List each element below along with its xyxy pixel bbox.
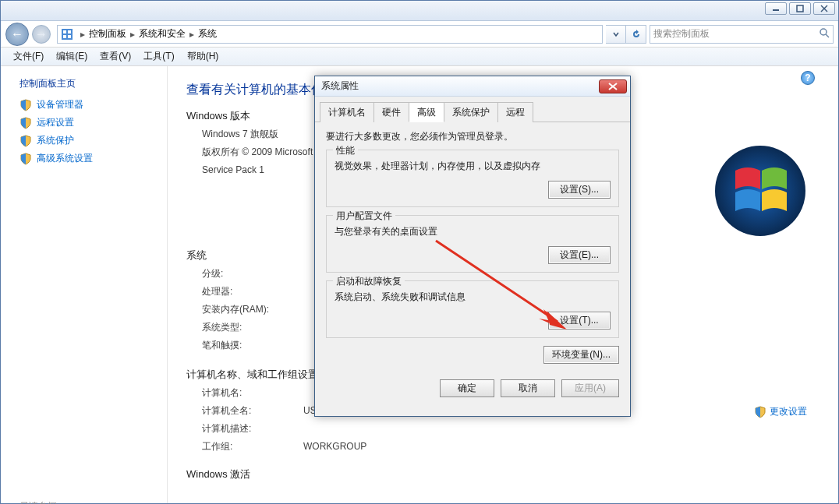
- servicepack-value: Service Pack 1: [202, 164, 264, 175]
- tab-hardware[interactable]: 硬件: [373, 102, 409, 122]
- address-dropdown[interactable]: [606, 25, 626, 44]
- pcname-label: 计算机名:: [202, 386, 303, 400]
- workgroup-value: WORKGROUP: [303, 441, 366, 452]
- search-placeholder: 搜索控制面板: [653, 27, 710, 41]
- menu-bar: 文件(F) 编辑(E) 查看(V) 工具(T) 帮助(H): [1, 48, 838, 66]
- pen-label: 笔和触摸:: [202, 339, 303, 352]
- refresh-button[interactable]: [626, 25, 646, 44]
- group-startup-desc: 系统启动、系统失败和调试信息: [335, 291, 611, 304]
- group-startup-title: 启动和故障恢复: [333, 275, 405, 288]
- link-device-manager[interactable]: 设备管理器: [19, 98, 167, 111]
- search-icon: [819, 27, 830, 41]
- windows-logo: [713, 144, 807, 238]
- window-titlebar: [1, 1, 838, 21]
- admin-note: 要进行大多数更改，您必须作为管理员登录。: [326, 130, 619, 143]
- apply-button[interactable]: 应用(A): [561, 379, 619, 397]
- svg-rect-7: [63, 35, 66, 38]
- tab-advanced[interactable]: 高级: [409, 102, 444, 122]
- performance-settings-button[interactable]: 设置(S)...: [548, 181, 611, 199]
- svg-line-10: [826, 34, 829, 37]
- startup-settings-button[interactable]: 设置(T)...: [548, 312, 611, 330]
- link-system-protection[interactable]: 系统保护: [19, 134, 167, 147]
- group-user-profiles: 用户配置文件 与您登录有关的桌面设置 设置(E)...: [326, 215, 619, 273]
- group-performance-desc: 视觉效果，处理器计划，内存使用，以及虚拟内存: [335, 160, 611, 173]
- link-remote-settings[interactable]: 远程设置: [19, 116, 167, 129]
- group-user-profiles-desc: 与您登录有关的桌面设置: [335, 225, 611, 238]
- menu-tools[interactable]: 工具(T): [137, 48, 180, 65]
- help-button[interactable]: ?: [801, 71, 815, 85]
- shield-icon: [754, 406, 766, 418]
- svg-rect-1: [797, 5, 803, 12]
- rating-label: 分级:: [202, 267, 303, 280]
- shield-icon: [19, 153, 32, 165]
- svg-point-11: [715, 146, 805, 236]
- link-advanced-settings[interactable]: 高级系统设置: [19, 152, 167, 165]
- control-panel-icon: [61, 28, 73, 41]
- shield-icon: [19, 135, 32, 147]
- ram-label: 安装内存(RAM):: [202, 303, 303, 316]
- workgroup-label: 工作组:: [202, 440, 303, 453]
- menu-file[interactable]: 文件(F): [7, 48, 50, 65]
- shield-icon: [19, 117, 32, 129]
- cancel-button[interactable]: 取消: [501, 379, 555, 397]
- navigation-bar: ← → ▸ 控制面板 ▸ 系统和安全 ▸ 系统 搜索控制面板: [1, 21, 838, 48]
- menu-view[interactable]: 查看(V): [94, 48, 137, 65]
- group-startup-recovery: 启动和故障恢复 系统启动、系统失败和调试信息 设置(T)...: [326, 280, 619, 338]
- system-properties-dialog: 系统属性 计算机名 硬件 高级 系统保护 远程 要进行大多数更改，您必须作为管理…: [314, 76, 631, 417]
- dialog-tabs: 计算机名 硬件 高级 系统保护 远程: [315, 97, 630, 122]
- dialog-close-button[interactable]: [599, 79, 627, 93]
- section-activation: Windows 激活: [186, 467, 820, 481]
- menu-edit[interactable]: 编辑(E): [50, 48, 94, 65]
- group-performance: 性能 视觉效果，处理器计划，内存使用，以及虚拟内存 设置(S)...: [326, 150, 619, 207]
- copyright-value: 版权所有 © 2009 Microsoft: [202, 146, 313, 157]
- minimize-button[interactable]: [765, 2, 787, 15]
- close-button[interactable]: [813, 2, 835, 15]
- left-pane: 控制面板主页 设备管理器 远程设置 系统保护 高级系统设置 另请参阅 操作中心 …: [1, 66, 168, 503]
- svg-point-9: [820, 29, 827, 35]
- back-button[interactable]: ←: [5, 23, 29, 46]
- forward-button[interactable]: →: [32, 25, 51, 44]
- svg-rect-5: [63, 30, 66, 33]
- see-also-heading: 另请参阅: [19, 500, 167, 504]
- breadcrumb-system-security[interactable]: 系统和安全: [139, 27, 186, 41]
- systype-label: 系统类型:: [202, 321, 303, 334]
- search-input[interactable]: 搜索控制面板: [650, 25, 834, 44]
- group-performance-title: 性能: [333, 144, 358, 157]
- control-panel-home[interactable]: 控制面板主页: [19, 77, 167, 90]
- pcfull-label: 计算机全名:: [202, 404, 303, 418]
- svg-rect-6: [68, 30, 71, 33]
- ok-button[interactable]: 确定: [440, 379, 494, 397]
- environment-variables-button[interactable]: 环境变量(N)...: [543, 346, 619, 364]
- tab-computer-name[interactable]: 计算机名: [320, 102, 374, 122]
- tab-system-protection[interactable]: 系统保护: [444, 102, 498, 122]
- maximize-button[interactable]: [789, 2, 811, 15]
- change-settings-link[interactable]: 更改设置: [754, 405, 807, 418]
- breadcrumb-control-panel[interactable]: 控制面板: [89, 27, 126, 41]
- menu-help[interactable]: 帮助(H): [181, 48, 225, 65]
- shield-icon: [19, 99, 32, 111]
- pcdesc-label: 计算机描述:: [202, 422, 303, 435]
- tab-remote[interactable]: 远程: [497, 102, 533, 122]
- dialog-titlebar[interactable]: 系统属性: [315, 76, 630, 97]
- svg-rect-8: [68, 35, 71, 38]
- user-profiles-settings-button[interactable]: 设置(E)...: [548, 246, 611, 264]
- breadcrumb-system[interactable]: 系统: [198, 27, 217, 41]
- group-user-profiles-title: 用户配置文件: [333, 210, 395, 223]
- address-bar[interactable]: ▸ 控制面板 ▸ 系统和安全 ▸ 系统: [57, 25, 603, 44]
- dialog-title: 系统属性: [321, 79, 359, 93]
- cpu-label: 处理器:: [202, 285, 303, 298]
- edition-value: Windows 7 旗舰版: [202, 129, 278, 139]
